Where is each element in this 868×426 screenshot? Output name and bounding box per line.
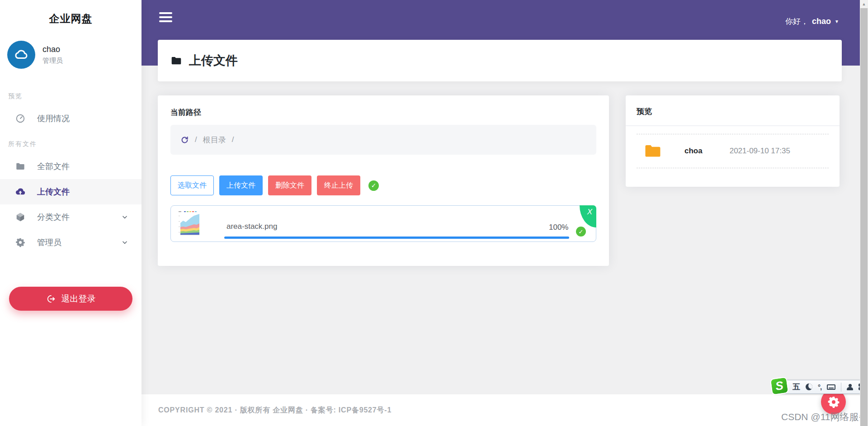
upload-files-button[interactable]: 上传文件 [219, 175, 263, 195]
logout-button[interactable]: 退出登录 [9, 287, 132, 311]
file-name: area-stack.png [226, 222, 277, 231]
page-title: 上传文件 [189, 52, 238, 69]
brand-title: 企业网盘 [0, 0, 142, 26]
sidebar-item-label: 管理员 [37, 237, 61, 248]
sidebar-item-upload[interactable]: 上传文件 [0, 179, 142, 204]
scrollbar-up-arrow[interactable]: ▲ [860, 0, 868, 8]
punctuation-icon[interactable]: °, [818, 383, 821, 391]
sidebar-item-label: 全部文件 [37, 161, 70, 172]
sidebar-item-category[interactable]: 分类文件 [0, 204, 142, 230]
user-name: chao [42, 45, 63, 54]
folder-icon [15, 161, 25, 171]
abort-upload-button[interactable]: 终止上传 [317, 175, 360, 195]
sidebar-item-usage[interactable]: 使用情况 [0, 106, 142, 131]
logout-label: 退出登录 [61, 293, 96, 305]
footer: COPYRIGHT © 2021 · 版权所有 企业网盘 · 备案号: ICP备… [142, 394, 868, 426]
divider [841, 383, 841, 392]
chevron-down-icon[interactable] [122, 214, 128, 220]
page-title-card: 上传文件 [158, 40, 842, 81]
breadcrumb: / 根目录 / [170, 125, 596, 155]
remove-file-badge[interactable]: X [580, 205, 596, 227]
delete-files-button[interactable]: 删除文件 [268, 175, 311, 195]
divider [626, 125, 840, 126]
section-label-all-files: 所有文件 [0, 131, 142, 154]
sidebar-item-all-files[interactable]: 全部文件 [0, 154, 142, 179]
moon-icon[interactable] [806, 383, 812, 390]
sidebar: 企业网盘 chao 管理员 预览 使用情况 所有文件 全部文件 [0, 0, 142, 426]
caret-down-icon: ▼ [835, 19, 839, 24]
ime-mode-label[interactable]: 五 [793, 382, 800, 392]
upload-file-row: area-stack.png 100% ✓ X [170, 205, 596, 242]
current-path-label: 当前路径 [170, 107, 596, 118]
breadcrumb-separator: / [195, 135, 197, 144]
section-label-preview: 预览 [0, 83, 142, 106]
sidebar-item-admin[interactable]: 管理员 [0, 230, 142, 255]
folder-icon [645, 144, 661, 158]
sogou-logo-icon[interactable]: S [770, 377, 789, 396]
scrollbar-thumb[interactable] [860, 8, 868, 426]
preview-file-date: 2021-09-10 17:35 [730, 147, 790, 156]
preview-file-row[interactable]: choa 2021-09-10 17:35 [637, 134, 829, 168]
preview-file-name: choa [684, 147, 703, 156]
sidebar-menu: 预览 使用情况 所有文件 全部文件 上传文件 分类文件 管理员 [0, 83, 142, 255]
user-role: 管理员 [42, 57, 63, 65]
breadcrumb-separator: / [232, 135, 234, 144]
cloud-icon [13, 47, 29, 63]
gear-icon [15, 237, 25, 247]
breadcrumb-root[interactable]: 根目录 [203, 135, 226, 145]
greeting-username: chao [812, 17, 831, 26]
hamburger-menu-icon[interactable] [159, 12, 172, 22]
chevron-down-icon[interactable] [122, 239, 128, 246]
file-thumbnail-chart [177, 209, 201, 238]
cloud-upload-icon [15, 187, 25, 197]
file-success-check-icon: ✓ [576, 227, 586, 237]
progress-percent: 100% [549, 223, 568, 232]
gauge-icon [15, 114, 25, 123]
csdn-watermark: CSDN @11网络服务▼ [781, 411, 868, 423]
ime-toolbar: S 五 °, [774, 380, 866, 394]
scrollbar[interactable]: ▲ [860, 0, 868, 426]
folder-icon [170, 55, 182, 66]
refresh-icon[interactable] [180, 136, 189, 144]
upload-complete-check-icon: ✓ [368, 180, 379, 191]
user-block: chao 管理员 [7, 41, 63, 69]
sidebar-item-label: 分类文件 [37, 212, 70, 222]
greeting-text: 你好， [785, 16, 808, 27]
person-icon[interactable] [847, 384, 853, 390]
upload-toolbar: 选取文件 上传文件 删除文件 终止上传 ✓ [170, 175, 596, 195]
keyboard-icon[interactable] [827, 384, 835, 390]
avatar [7, 41, 35, 69]
select-files-button[interactable]: 选取文件 [170, 175, 214, 195]
gear-icon [827, 396, 840, 408]
cube-icon [15, 212, 25, 222]
sidebar-item-label: 使用情况 [37, 113, 70, 124]
watermark-text: CSDN @11网络服务 [781, 412, 868, 422]
progress-bar [224, 237, 569, 239]
user-dropdown[interactable]: 你好，chao ▼ [785, 16, 839, 27]
footer-copyright: COPYRIGHT © 2021 · 版权所有 企业网盘 · 备案号: ICP备… [158, 406, 392, 415]
app-root: 你好，chao ▼ 企业网盘 chao 管理员 预览 使用情况 所有文件 [0, 0, 868, 426]
preview-panel: 预览 choa 2021-09-10 17:35 [626, 95, 840, 187]
remove-file-label: X [587, 208, 592, 217]
sign-out-icon [46, 294, 56, 304]
upload-card: 当前路径 / 根目录 / 选取文件 上传文件 删除文件 终止上传 ✓ [158, 95, 609, 266]
preview-title: 预览 [637, 106, 829, 117]
sidebar-item-label: 上传文件 [37, 186, 70, 197]
